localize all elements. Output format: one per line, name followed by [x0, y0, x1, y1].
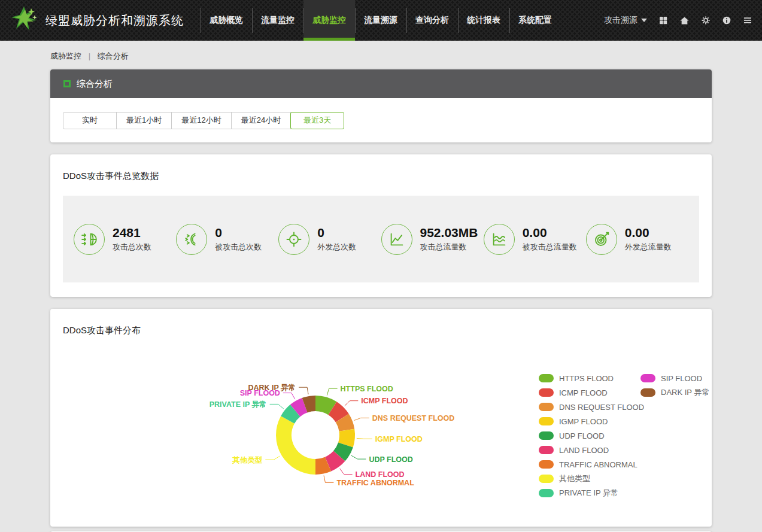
ddos-distribution-panel: DDoS攻击事件分布 HTTPS FLOODICMP FLOODDNS REQU… [50, 309, 712, 527]
apps-grid-icon[interactable] [658, 16, 668, 25]
outbound-traffic-icon [586, 224, 617, 255]
legend-label: ICMP FLOOD [559, 388, 608, 397]
legend-swatch [539, 446, 554, 454]
section-header-bar: 综合分析 [50, 69, 712, 98]
nav-item-traffic-monitor[interactable]: 流量监控 [252, 0, 303, 41]
slice-label: HTTPS FLOOD [341, 385, 393, 393]
app-title: 绿盟威胁分析和溯源系统 [45, 13, 184, 29]
legend-item[interactable]: TRAFFIC ABNORMAL [539, 457, 640, 472]
time-filter-row: 实时 最近1小时 最近12小时 最近24小时 最近3天 [50, 98, 712, 142]
time-filter-realtime[interactable]: 实时 [63, 112, 117, 129]
navbar-right: 攻击溯源 [604, 0, 762, 41]
slice-label: DARK IP 异常 [248, 384, 296, 392]
legend-swatch [539, 388, 554, 397]
home-icon[interactable] [679, 16, 690, 26]
slice-label: TRAFFIC ABNORMAL [336, 479, 414, 487]
stat-label: 攻击总流量数 [420, 242, 478, 253]
stat-outbound-traffic: 0.00 外发总流量数 [586, 224, 688, 255]
legend-item[interactable]: HTTPS FLOOD [539, 371, 640, 385]
slice-leader-line [354, 418, 369, 420]
attack-trace-dropdown[interactable]: 攻击溯源 [604, 15, 647, 26]
legend-item[interactable]: DARK IP 异常 [640, 385, 742, 400]
stats-box: 2481 攻击总次数 0 被攻击总次数 [63, 196, 699, 282]
stat-value: 952.03MB [420, 226, 478, 240]
stat-attacked-count: 0 被攻击总次数 [176, 224, 278, 255]
legend-item[interactable]: UDP FLOOD [539, 428, 640, 443]
legend-swatch [640, 388, 655, 397]
breadcrumb: 威胁监控 | 综合分析 [50, 41, 712, 69]
slice-label: 其他类型 [232, 456, 263, 464]
time-filter-3d[interactable]: 最近3天 [290, 112, 344, 129]
slice-label: PRIVATE IP 异常 [210, 400, 267, 409]
brand: 绿盟威胁分析和溯源系统 [0, 0, 184, 41]
section-panel: 综合分析 实时 最近1小时 最近12小时 最近24小时 最近3天 [50, 69, 712, 142]
nav-item-traffic-trace[interactable]: 流量溯源 [355, 0, 406, 41]
chart-legend: HTTPS FLOOD ICMP FLOOD DNS REQUEST FLOOD… [539, 371, 748, 503]
legend-swatch [640, 374, 655, 382]
nav-item-statistic-report[interactable]: 统计报表 [458, 0, 509, 41]
stat-attacked-traffic: 0.00 被攻击总流量数 [484, 224, 586, 255]
gear-icon[interactable] [701, 16, 711, 25]
legend-label: PRIVATE IP 异常 [559, 488, 618, 498]
legend-item[interactable]: ICMP FLOOD [539, 385, 640, 400]
slice-label: IGMP FLOOD [375, 435, 423, 443]
legend-item[interactable]: SIP FLOOD [640, 371, 742, 385]
slice-leader-line [299, 387, 308, 394]
time-filter-group: 实时 最近1小时 最近12小时 最近24小时 最近3天 [63, 112, 344, 129]
slice-leader-line [283, 393, 295, 400]
legend-swatch [539, 417, 554, 425]
top-navbar: 绿盟威胁分析和溯源系统 威胁概览 流量监控 威胁监控 流量溯源 查询分析 统计报… [0, 0, 762, 41]
ddos-distribution-donut-chart[interactable]: HTTPS FLOODICMP FLOODDNS REQUEST FLOODIG… [62, 369, 481, 524]
section-title: 综合分析 [77, 78, 113, 90]
stat-outbound-count: 0 外发总次数 [278, 224, 381, 255]
time-filter-1h[interactable]: 最近1小时 [116, 112, 172, 129]
donut-slice[interactable] [276, 416, 315, 475]
legend-item[interactable]: LAND FLOOD [539, 443, 640, 457]
legend-swatch [539, 489, 554, 497]
legend-label: IGMP FLOOD [559, 417, 608, 426]
legend-label: DNS REQUEST FLOOD [559, 403, 644, 412]
breadcrumb-current: 综合分析 [98, 51, 129, 60]
legend-item[interactable]: 其他类型 [539, 472, 640, 486]
breadcrumb-parent[interactable]: 威胁监控 [50, 51, 81, 60]
legend-label: SIP FLOOD [661, 374, 702, 383]
outbound-count-icon [278, 224, 309, 255]
nav-item-threat-monitor[interactable]: 威胁监控 [303, 0, 355, 41]
slice-leader-line [265, 456, 280, 460]
breadcrumb-separator: | [89, 51, 90, 60]
nsfocus-logo-icon [11, 6, 38, 35]
stat-label: 攻击总次数 [113, 242, 151, 253]
slice-leader-line [357, 438, 372, 439]
legend-item[interactable]: IGMP FLOOD [539, 414, 640, 428]
slice-leader-line [340, 469, 353, 475]
legend-item[interactable]: DNS REQUEST FLOOD [539, 400, 640, 414]
slice-leader-line [345, 401, 359, 406]
legend-label: LAND FLOOD [559, 446, 609, 455]
slice-leader-line [270, 404, 284, 409]
nav-item-system-config[interactable]: 系统配置 [509, 0, 561, 41]
slice-label: DNS REQUEST FLOOD [372, 414, 455, 422]
slice-label: ICMP FLOOD [361, 397, 408, 405]
section-square-icon [63, 80, 71, 87]
stat-label: 外发总流量数 [625, 242, 672, 253]
stat-label: 外发总次数 [317, 242, 356, 253]
legend-label: 其他类型 [559, 473, 590, 484]
slice-label: UDP FLOOD [369, 455, 412, 464]
time-filter-24h[interactable]: 最近24小时 [231, 112, 291, 129]
legend-swatch [539, 431, 554, 440]
stat-attack-traffic: 952.03MB 攻击总流量数 [381, 224, 484, 255]
distribution-panel-title: DDoS攻击事件分布 [50, 309, 712, 336]
stat-value: 0.00 [523, 226, 577, 240]
stat-value: 0.00 [625, 226, 672, 240]
legend-swatch [539, 374, 554, 382]
menu-icon[interactable] [743, 16, 752, 25]
info-icon[interactable] [722, 16, 731, 25]
nav-item-query-analysis[interactable]: 查询分析 [406, 0, 458, 41]
time-filter-12h[interactable]: 最近12小时 [171, 112, 231, 129]
legend-item[interactable]: PRIVATE IP 异常 [539, 486, 640, 500]
nav-item-threat-overview[interactable]: 威胁概览 [201, 0, 252, 41]
overview-panel-title: DDoS攻击事件总览数据 [50, 154, 712, 182]
legend-label: HTTPS FLOOD [559, 374, 614, 383]
attack-count-icon [74, 224, 105, 255]
attack-trace-label: 攻击溯源 [604, 15, 637, 26]
